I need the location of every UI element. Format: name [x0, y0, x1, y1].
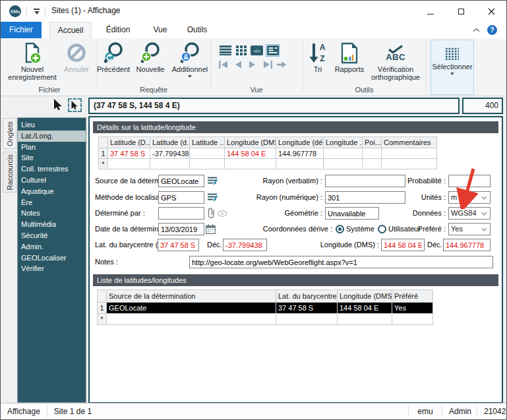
menu-bar: Fichier Accueil Édition Vue Outils ?	[1, 22, 506, 38]
summary-field[interactable]: (37 47 58 S, 144 58 4 E)	[88, 98, 460, 114]
view-list-button[interactable]	[218, 44, 232, 57]
sidebar-item-site[interactable]: Site	[18, 152, 86, 164]
tab-accueil[interactable]: Accueil	[49, 22, 92, 38]
notes-input[interactable]	[189, 256, 493, 268]
new-row[interactable]: *	[98, 314, 433, 325]
tab-fichier[interactable]: Fichier	[1, 22, 42, 38]
preferred-combo[interactable]: Yes	[448, 223, 491, 235]
app-window: EMu Sites (1) - Affichage Fichier Accuei…	[0, 0, 507, 420]
nav-last-button	[261, 59, 273, 69]
lat-long-grid[interactable]: Latitude (D... Latitude (d... Latitude .…	[98, 136, 437, 169]
eye-icon[interactable]	[218, 210, 227, 217]
minimize-button[interactable]	[415, 1, 446, 22]
col-longitude[interactable]: Longitude (DMS)	[338, 290, 392, 303]
lat-dec-input[interactable]	[223, 239, 267, 251]
col-latitude-dec[interactable]: Latitude (d...	[150, 137, 190, 148]
view-list-icon	[220, 45, 231, 55]
table-row[interactable]: 1 37 47 58 S -37.799438 144 58 04 E 144.…	[99, 148, 437, 159]
nav-goto-icon	[276, 61, 287, 69]
marquee-select-tool-icon[interactable]	[68, 98, 82, 112]
close-button[interactable]	[476, 1, 506, 22]
col-lat-centroid[interactable]: Lat. du barycentre ...	[276, 290, 338, 303]
view-code-button[interactable]: </>	[250, 44, 264, 57]
sidebar-tab-list: Lieu Lat./Long. Plan Site Coll. terrestr…	[17, 117, 86, 403]
long-dec-input[interactable]	[443, 239, 491, 251]
table-row-selected[interactable]: 1 GEOLocate 37 47 58 S 144 58 04 E Yes	[98, 303, 433, 314]
lat-long-list[interactable]: Source de la détermination Lat. du baryc…	[97, 289, 433, 325]
status-record-count: Site 1 de 1	[47, 407, 98, 416]
pointer-tool-icon[interactable]	[53, 99, 63, 111]
radio-system-label: Système	[346, 223, 374, 235]
maximize-button[interactable]	[446, 1, 476, 22]
col-longitude-3[interactable]: Longitude ...	[324, 137, 363, 148]
longitude-dms-input[interactable]	[381, 239, 425, 251]
geometry-input[interactable]	[325, 207, 379, 220]
col-poi[interactable]: Poi...	[363, 137, 382, 148]
sidebar-item-plan[interactable]: Plan	[18, 142, 86, 153]
tab-outils[interactable]: Outils	[180, 22, 214, 38]
sidebar-item-verifier[interactable]: Vérifier	[18, 263, 86, 274]
svg-text:</>: </>	[253, 49, 260, 53]
col-latitude-dms[interactable]: Latitude (D...	[108, 137, 150, 148]
tab-vue[interactable]: Vue	[146, 22, 175, 38]
new-record-button[interactable]: Nouvel enregistrement	[6, 40, 59, 81]
divider	[45, 6, 45, 16]
sidebar-tab-raccourcis[interactable]: Raccourcis	[3, 152, 16, 193]
sort-button[interactable]: A Z Tri	[305, 40, 330, 73]
new-query-button[interactable]: Nouvelle	[133, 40, 168, 73]
lookup-list-icon[interactable]	[207, 176, 218, 186]
collapse-ribbon-icon[interactable]	[473, 28, 480, 32]
previous-query-button[interactable]: Précédent	[96, 40, 131, 73]
col-commentaires[interactable]: Commentaires	[382, 137, 437, 148]
group-label-fichier: Fichier	[6, 86, 93, 94]
sidebar-item-culturel[interactable]: Culturel	[18, 175, 86, 186]
additional-query-button[interactable]: & Additionnel	[169, 40, 210, 78]
calendar-icon[interactable]	[206, 224, 216, 234]
view-form-button[interactable]	[266, 44, 280, 57]
reports-button[interactable]: Rapports	[332, 40, 367, 73]
sidebar-item-securite[interactable]: Sécurité	[18, 230, 86, 241]
sidebar-item-lieu[interactable]: Lieu	[18, 119, 86, 131]
radio-system[interactable]	[336, 225, 344, 233]
sidebar-item-coll-terrestres[interactable]: Coll. terrestres	[18, 164, 86, 175]
grid-corner	[99, 137, 108, 148]
view-grid-button[interactable]	[234, 44, 248, 57]
view-code-icon: </>	[251, 45, 263, 55]
new-row[interactable]: *	[99, 159, 437, 169]
sidebar-item-lat-long[interactable]: Lat./Long.	[18, 131, 86, 142]
quick-access-dropdown-icon[interactable]	[33, 9, 40, 15]
method-input[interactable]	[158, 191, 204, 204]
attachment-icon[interactable]	[206, 207, 216, 219]
col-latitude-3[interactable]: Latitude ...	[190, 137, 225, 148]
group-label-requete: Requête	[97, 86, 210, 94]
spellcheck-label-line1: Vérification	[378, 65, 413, 73]
summary-value-field[interactable]: 400	[462, 98, 503, 114]
col-preferred[interactable]: Préféré	[392, 290, 433, 303]
sidebar-item-admin[interactable]: Admin.	[18, 241, 86, 253]
tab-edition[interactable]: Édition	[98, 22, 138, 38]
sort-icon: A Z	[305, 40, 330, 65]
radio-user[interactable]	[378, 225, 386, 233]
sidebar-item-notes[interactable]: Notes	[18, 208, 86, 219]
select-button[interactable]: Sélectionner	[431, 40, 474, 95]
grid-corner	[98, 290, 107, 303]
col-longitude-dec[interactable]: Longitude (dé...	[276, 137, 324, 148]
sidebar-item-ere[interactable]: Ère	[18, 197, 86, 208]
additional-query-icon: &	[169, 40, 210, 65]
sidebar-tab-onglets[interactable]: Onglets	[3, 118, 16, 149]
previous-query-icon	[96, 40, 131, 65]
lookup-list-icon[interactable]	[207, 193, 218, 202]
coords-derived-label: Coordonnées dérive :	[216, 223, 332, 235]
lat-centroid-input[interactable]	[158, 239, 199, 251]
col-source[interactable]: Source de la détermination	[107, 290, 276, 303]
sidebar-item-geolocaliser[interactable]: GEOLocaliser	[18, 253, 86, 264]
cancel-icon	[59, 40, 94, 65]
help-icon[interactable]: ?	[487, 25, 497, 35]
spellcheck-button[interactable]: ABC Vérification orthographique	[369, 40, 423, 81]
date-input[interactable]	[158, 223, 204, 235]
col-longitude-dms[interactable]: Longitude (DMS)	[225, 137, 276, 148]
sidebar-item-multimedia[interactable]: Multimédia	[18, 219, 86, 230]
determined-by-input[interactable]	[158, 207, 204, 220]
sidebar-item-aquatique[interactable]: Aquatique	[18, 186, 86, 197]
source-input[interactable]	[158, 175, 204, 187]
